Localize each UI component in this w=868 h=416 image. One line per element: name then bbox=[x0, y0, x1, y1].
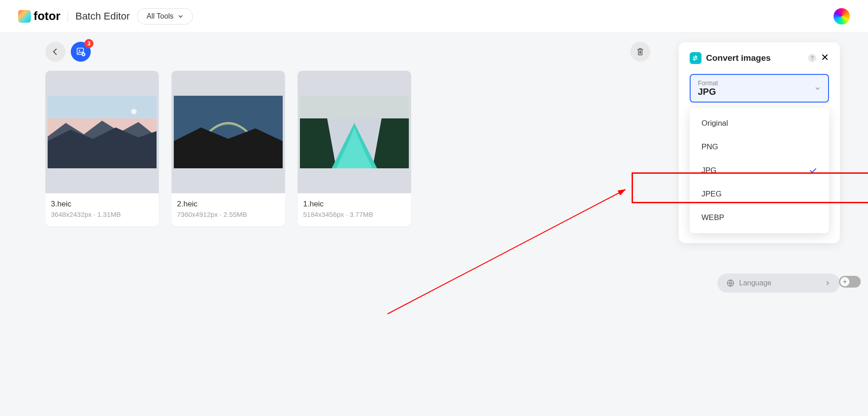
format-option-original[interactable]: Original bbox=[690, 112, 829, 135]
language-button[interactable]: Language bbox=[717, 274, 840, 293]
theme-knob bbox=[840, 277, 849, 286]
card-info: 1.heic 5184x3456px · 3.77MB bbox=[298, 193, 411, 226]
format-select[interactable]: Format JPG bbox=[690, 74, 829, 103]
avatar[interactable] bbox=[834, 8, 850, 24]
format-option-png[interactable]: PNG bbox=[690, 135, 829, 159]
add-image-icon bbox=[76, 47, 85, 56]
image-count-badge: 3 bbox=[84, 39, 93, 48]
language-left: Language bbox=[726, 279, 771, 287]
card-thumbnail bbox=[172, 71, 285, 193]
language-label: Language bbox=[739, 279, 771, 287]
format-label: Format bbox=[698, 79, 821, 87]
convert-icon bbox=[690, 52, 701, 64]
theme-toggle[interactable] bbox=[839, 276, 861, 288]
card-meta: 7360x4912px · 2.55MB bbox=[177, 210, 280, 218]
format-option-label: Original bbox=[701, 119, 728, 128]
logo[interactable]: fotor bbox=[18, 9, 60, 23]
chevron-down-icon bbox=[178, 14, 183, 19]
format-option-label: JPG bbox=[701, 166, 716, 175]
format-option-label: JPEG bbox=[701, 190, 721, 199]
chevron-left-icon bbox=[51, 48, 59, 56]
panel-title: Convert images bbox=[706, 53, 804, 63]
card-info: 2.heic 7360x4912px · 2.55MB bbox=[172, 193, 285, 226]
image-card[interactable]: 1.heic 5184x3456px · 3.77MB bbox=[298, 71, 411, 226]
back-button[interactable] bbox=[45, 42, 65, 62]
svg-rect-5 bbox=[48, 96, 157, 118]
card-meta: 3648x2432px · 1.31MB bbox=[51, 210, 153, 218]
format-option-label: PNG bbox=[701, 142, 718, 152]
card-meta: 5184x3456px · 3.77MB bbox=[303, 210, 406, 218]
chevron-right-icon bbox=[824, 280, 831, 286]
close-button[interactable] bbox=[821, 53, 829, 63]
logo-text: fotor bbox=[34, 9, 60, 23]
add-image-button[interactable]: 3 bbox=[71, 42, 91, 62]
svg-rect-10 bbox=[300, 96, 409, 118]
delete-button[interactable] bbox=[630, 42, 650, 62]
trash-icon bbox=[636, 47, 645, 56]
card-thumbnail bbox=[45, 71, 159, 193]
svg-point-12 bbox=[843, 280, 846, 283]
card-filename: 2.heic bbox=[177, 200, 280, 209]
toolbar-left: 3 bbox=[45, 42, 91, 62]
page-title: Batch Editor bbox=[75, 10, 130, 22]
sun-icon bbox=[842, 279, 848, 284]
check-icon bbox=[809, 166, 817, 175]
format-option-webp[interactable]: WEBP bbox=[690, 206, 829, 230]
app-header: fotor Batch Editor All Tools bbox=[0, 0, 868, 33]
card-info: 3.heic 3648x2432px · 1.31MB bbox=[45, 193, 159, 226]
card-thumbnail bbox=[298, 71, 411, 193]
divider bbox=[68, 11, 68, 22]
globe-icon bbox=[726, 279, 735, 287]
chevron-down-icon bbox=[814, 85, 821, 92]
svg-point-1 bbox=[79, 50, 80, 51]
logo-icon bbox=[18, 10, 31, 23]
close-icon bbox=[821, 53, 829, 61]
format-value: JPG bbox=[698, 87, 821, 97]
all-tools-button[interactable]: All Tools bbox=[137, 8, 193, 24]
svg-point-6 bbox=[131, 109, 137, 114]
format-option-jpeg[interactable]: JPEG bbox=[690, 182, 829, 206]
image-card[interactable]: 3.heic 3648x2432px · 1.31MB bbox=[45, 71, 159, 226]
format-option-jpg[interactable]: JPG bbox=[690, 159, 829, 182]
convert-panel: Convert images ? Format JPG OriginalPNGJ… bbox=[679, 42, 840, 243]
card-filename: 1.heic bbox=[303, 200, 406, 209]
panel-header: Convert images ? bbox=[690, 52, 829, 64]
format-dropdown: OriginalPNGJPGJPEGWEBP bbox=[690, 108, 829, 233]
format-option-label: WEBP bbox=[701, 213, 724, 222]
image-card[interactable]: 2.heic 7360x4912px · 2.55MB bbox=[172, 71, 285, 226]
header-left: fotor Batch Editor All Tools bbox=[18, 8, 193, 24]
card-filename: 3.heic bbox=[51, 200, 153, 209]
all-tools-label: All Tools bbox=[147, 12, 173, 20]
help-icon[interactable]: ? bbox=[808, 54, 816, 62]
